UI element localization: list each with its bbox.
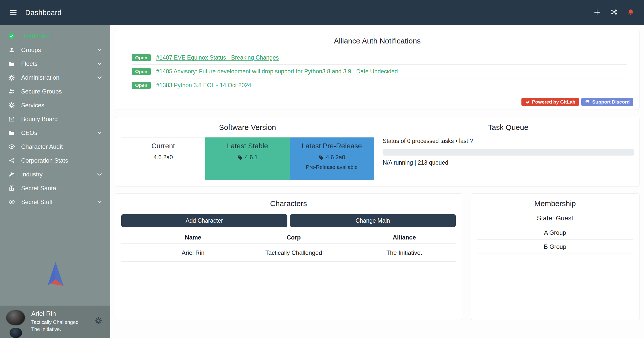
- notification-row: Open#1383 Python 3.8 EOL - 14 Oct 2024: [132, 78, 627, 92]
- sidebar-item-label: Services: [21, 102, 44, 109]
- version-note: Pre-Release available: [290, 164, 374, 170]
- discord-icon: [585, 99, 590, 105]
- gears-icon: [8, 102, 16, 109]
- version-box-current: Current4.6.2a0: [121, 137, 205, 180]
- gitlab-icon: [525, 99, 530, 105]
- sidebar-item-administration[interactable]: Administration: [0, 71, 110, 84]
- sidebar: DashboardGroupsFleetsAdministrationSecur…: [0, 25, 110, 338]
- membership-state: State: Guest: [477, 214, 633, 222]
- main-content: Alliance Auth Notifications Open#1407 EV…: [110, 25, 644, 338]
- version-boxes: Current4.6.2a0Latest Stable4.6.1Latest P…: [121, 137, 374, 180]
- sidebar-item-character-audit[interactable]: Character Audit: [0, 140, 110, 154]
- sidebar-item-label: CEOs: [21, 129, 37, 136]
- sidebar-item-secure-groups[interactable]: Secure Groups: [0, 84, 110, 98]
- check-circle-icon: [8, 33, 16, 39]
- sidebar-item-label: Character Audit: [21, 143, 63, 150]
- task-progress-bar: [383, 149, 634, 156]
- folder-icon: [8, 61, 16, 67]
- version-value: 4.6.2a0: [121, 154, 205, 161]
- sidebar-item-label: Secret Stuff: [21, 199, 53, 206]
- membership-groups: A GroupB Group: [477, 226, 633, 254]
- gitlab-badge[interactable]: Powered by GitLab: [521, 98, 579, 106]
- navbar-actions: [592, 8, 635, 18]
- notification-link[interactable]: #1405 Advisory: Future development will …: [156, 68, 398, 75]
- tag-icon: [237, 155, 243, 160]
- notifications-button[interactable]: [626, 8, 635, 18]
- sidebar-item-groups[interactable]: Groups: [0, 43, 110, 57]
- chevron-down-icon: [96, 74, 103, 81]
- folder-icon: [8, 130, 16, 136]
- share-icon: [8, 157, 16, 164]
- user-avatar: [6, 310, 25, 326]
- sidebar-item-label: Secret Santa: [21, 185, 56, 192]
- sidebar-item-label: Corporation Stats: [21, 157, 68, 164]
- sidebar-item-services[interactable]: Services: [0, 98, 110, 112]
- task-queue-status: Status of 0 processed tasks • last ?: [383, 138, 634, 144]
- sidebar-item-label: Secure Groups: [21, 88, 62, 95]
- bell-icon: [627, 9, 634, 17]
- change-main-button[interactable]: Change Main: [290, 214, 456, 227]
- membership-group: A Group: [477, 226, 633, 240]
- sidebar-item-label: Administration: [21, 74, 59, 81]
- chevron-down-icon: [96, 47, 103, 53]
- notification-link[interactable]: #1407 EVE Equinox Status - Breaking Chan…: [156, 54, 279, 61]
- user-settings-button[interactable]: [93, 317, 104, 325]
- menu-toggle-button[interactable]: [9, 8, 18, 18]
- top-navbar: Dashboard: [0, 0, 644, 25]
- character-actions: Add Character Change Main: [121, 214, 456, 227]
- chevron-down-icon: [96, 61, 103, 67]
- software-version-title: Software Version: [121, 123, 374, 132]
- alliance-logo: [0, 260, 110, 289]
- page-title: Dashboard: [25, 9, 62, 17]
- notifications-footer: Powered by GitLab Support Discord: [119, 98, 635, 106]
- add-character-button[interactable]: Add Character: [121, 214, 287, 227]
- sidebar-item-secret-stuff[interactable]: Secret Stuff: [0, 195, 110, 209]
- status-badge: Open: [132, 68, 151, 75]
- characters-table-body: Ariel RinTactically ChallengedThe Initia…: [121, 244, 456, 262]
- character-corp: Tactically Challenged: [235, 249, 353, 256]
- version-value: 4.6.2a0: [290, 154, 374, 161]
- sidebar-item-label: Industry: [21, 171, 43, 178]
- column-header: Name: [151, 234, 235, 241]
- sidebar-item-fleets[interactable]: Fleets: [0, 57, 110, 71]
- add-button[interactable]: [592, 8, 602, 18]
- notifications-list: Open#1407 EVE Equinox Status - Breaking …: [132, 51, 627, 92]
- switch-character-button[interactable]: [609, 8, 619, 18]
- notifications-card: Alliance Auth Notifications Open#1407 EV…: [115, 30, 639, 110]
- people-icon: [8, 88, 16, 95]
- software-taskqueue-card: Software Version Current4.6.2a0Latest St…: [115, 117, 639, 186]
- sidebar-item-dashboard[interactable]: Dashboard: [0, 29, 110, 43]
- sidebar-item-label: Groups: [21, 46, 41, 54]
- user-alliance: The Initiative.: [31, 326, 79, 332]
- user-panel: Ariel Rin Tactically Challenged The Init…: [0, 306, 110, 338]
- sidebar-item-corporation-stats[interactable]: Corporation Stats: [0, 154, 110, 167]
- version-box-stable: Latest Stable4.6.1: [205, 137, 290, 180]
- task-queue-counts: N/A running | 213 queued: [383, 159, 634, 166]
- eye-icon: [8, 199, 16, 205]
- sidebar-item-bounty-board[interactable]: Bounty Board: [0, 112, 110, 126]
- version-box-label: Latest Stable: [205, 142, 290, 150]
- characters-card: Characters Add Character Change Main Nam…: [115, 194, 462, 320]
- discord-badge[interactable]: Support Discord: [581, 98, 633, 106]
- sidebar-item-ceos[interactable]: CEOs: [0, 126, 110, 140]
- discord-badge-label: Support Discord: [592, 100, 630, 104]
- sidebar-item-industry[interactable]: Industry: [0, 167, 110, 181]
- membership-card: Membership State: Guest A GroupB Group: [471, 194, 639, 320]
- person-icon: [8, 47, 16, 53]
- user-corp: Tactically Challenged: [31, 319, 79, 325]
- character-name: Ariel Rin: [151, 249, 235, 256]
- gears-icon: [8, 74, 16, 81]
- membership-title: Membership: [477, 199, 633, 208]
- eye-icon: [8, 143, 16, 150]
- chevron-down-icon: [96, 130, 103, 136]
- notification-link[interactable]: #1383 Python 3.8 EOL - 14 Oct 2024: [156, 82, 251, 89]
- sidebar-item-secret-santa[interactable]: Secret Santa: [0, 181, 110, 195]
- sidebar-nav: DashboardGroupsFleetsAdministrationSecur…: [0, 25, 110, 209]
- sidebar-item-label: Fleets: [21, 60, 37, 67]
- tag-icon: [318, 155, 324, 160]
- chevron-down-icon: [96, 199, 103, 205]
- characters-table: NameCorpAlliance Ariel RinTactically Cha…: [121, 231, 456, 262]
- box-icon: [8, 116, 16, 122]
- task-queue-title: Task Queue: [383, 123, 634, 132]
- page-layout: DashboardGroupsFleetsAdministrationSecur…: [0, 25, 644, 338]
